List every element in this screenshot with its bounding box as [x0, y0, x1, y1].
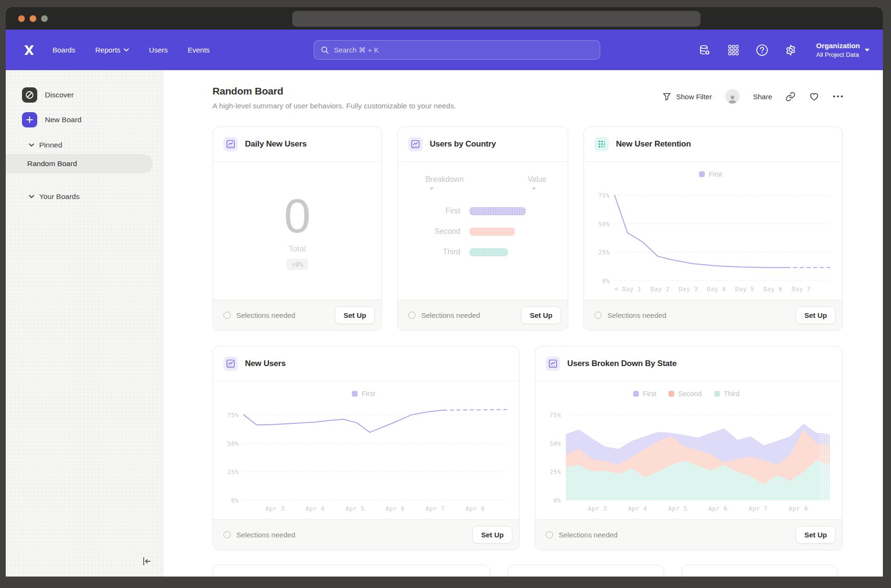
org-switcher[interactable]: Organization All Project Data [816, 42, 870, 58]
legend-label: First [709, 170, 722, 178]
apps-grid-icon[interactable] [727, 44, 740, 56]
nav-item-reports[interactable]: Reports [95, 46, 129, 54]
line-chart-icon [546, 357, 560, 371]
x-tick-label: Day 5 [735, 285, 754, 293]
x-tick-label: Apr 3 [577, 505, 617, 512]
x-tick-label: Apr 8 [455, 505, 495, 512]
address-bar[interactable] [292, 11, 700, 27]
settings-gear-icon[interactable] [785, 44, 797, 56]
board-main: Random Board A high-level summary of use… [163, 70, 883, 577]
section-label: Pinned [39, 141, 62, 149]
card-users-by-country: Users by Country Breakdown Value FirstSe… [397, 126, 568, 331]
chevron-down-icon [29, 143, 34, 147]
breakdown-dropdown[interactable]: Breakdown [425, 175, 471, 192]
discover-compass-icon [22, 87, 37, 103]
browser-window: Boards Reports Users Events [6, 7, 883, 577]
card-title: Users by Country [430, 139, 496, 149]
x-tick-label: Apr 4 [295, 505, 335, 512]
set-up-button[interactable]: Set Up [472, 526, 512, 544]
set-up-button[interactable]: Set Up [521, 306, 561, 324]
set-up-button[interactable]: Set Up [796, 306, 836, 324]
legend-swatch [633, 391, 639, 397]
org-name: Organization [816, 42, 860, 50]
traffic-light-close[interactable] [18, 15, 25, 22]
status-text: Selections needed [607, 311, 790, 319]
x-tick-label: Apr 6 [375, 505, 415, 512]
mixpanel-logo[interactable] [22, 43, 38, 57]
legend-label: Second [678, 390, 701, 398]
line-chart-icon [408, 137, 423, 151]
x-tick-label: Apr 4 [617, 505, 658, 512]
legend-label: Third [724, 390, 740, 398]
x-tick-label: Day 7 [792, 285, 811, 293]
x-tick-label: Apr 3 [255, 505, 295, 512]
more-options-icon[interactable] [833, 95, 843, 98]
card-active-users: Active Users [681, 565, 838, 577]
collapse-sidebar-icon[interactable] [141, 556, 152, 569]
card-title: Users Broken Down By State [567, 359, 677, 368]
legend-item: Second [668, 390, 701, 398]
card-title: New User Retention [616, 139, 691, 149]
nav-item-boards[interactable]: Boards [53, 46, 75, 54]
country-bar-row: Second [398, 227, 554, 236]
by-state-chart: FirstSecondThird 75%50%25%0% Apr 3Apr 4A… [535, 381, 842, 519]
legend-swatch [352, 391, 358, 397]
x-axis-labels: < Day 1Day 2Day 3Day 4Day 5Day 6Day 7 [615, 284, 830, 293]
x-tick-label: Day 6 [764, 285, 783, 293]
bar-label: First [398, 207, 469, 215]
share-button[interactable]: Share [753, 93, 772, 101]
legend-swatch [699, 171, 705, 177]
copy-link-icon[interactable] [785, 92, 796, 102]
x-tick-label: Apr 5 [658, 505, 698, 512]
data-management-icon[interactable] [699, 44, 711, 56]
bar-label: Second [398, 227, 469, 236]
chevron-down-icon [430, 188, 434, 192]
plus-icon [22, 112, 37, 127]
sidebar-item-random-board[interactable]: Random Board [6, 154, 153, 173]
card-new-users: New Users First 75%50%25%0% Apr 3Apr 4Ap… [212, 346, 520, 550]
metric-value: 0 [284, 192, 311, 240]
retention-chart: First 75%50%25%0% < Day 1Day 2Day 3Day 4… [584, 162, 842, 300]
x-tick-label: < Day 1 [615, 285, 641, 293]
x-tick-label: Day 3 [679, 285, 698, 293]
x-tick-label: Apr 5 [335, 505, 375, 512]
sidebar-item-discover[interactable]: Discover [6, 83, 163, 107]
x-tick-label: Day 2 [650, 285, 669, 293]
sidebar-section-pinned[interactable]: Pinned [6, 136, 163, 154]
chevron-down-icon [124, 48, 129, 52]
set-up-button[interactable]: Set Up [796, 526, 836, 544]
search-bar[interactable] [314, 40, 600, 60]
set-up-button[interactable]: Set Up [335, 306, 375, 324]
country-bar-row: Third [398, 248, 554, 256]
x-tick-label: Apr 7 [415, 505, 455, 512]
new-users-chart: First 75%50%25%0% Apr 3Apr 4Apr 5Apr 6Ap… [213, 381, 519, 519]
sidebar-item-new-board[interactable]: New Board [6, 107, 163, 132]
value-dropdown[interactable]: Value [528, 175, 554, 192]
search-input[interactable] [334, 46, 593, 54]
help-icon[interactable] [756, 44, 768, 56]
y-axis-labels: 75%50%25%0% [543, 403, 566, 500]
favorite-heart-icon[interactable] [809, 92, 819, 102]
nav-item-users[interactable]: Users [149, 46, 168, 54]
status-empty-icon [546, 531, 553, 538]
x-tick-label: Apr 6 [698, 505, 738, 512]
chart-legend: FirstSecondThird [543, 385, 830, 399]
sidebar-section-your-boards[interactable]: Your Boards [6, 188, 163, 206]
search-icon [321, 46, 329, 54]
nav-item-events[interactable]: Events [188, 46, 210, 54]
page-title: Random Board [212, 85, 456, 97]
retention-grid-icon [594, 137, 609, 151]
status-text: Selections needed [236, 531, 467, 539]
y-tick-label: 75% [550, 411, 561, 418]
traffic-light-minimize[interactable] [30, 15, 36, 22]
legend-item: First [633, 390, 656, 398]
traffic-light-zoom[interactable] [41, 15, 48, 22]
y-tick-label: 0% [602, 277, 610, 284]
card-stacked-line-graph: Stacked Line Graph [212, 565, 490, 577]
legend-swatch [714, 391, 720, 397]
show-filter-button[interactable]: Show Filter [662, 92, 712, 101]
avatar[interactable] [725, 89, 740, 104]
chart-legend: First [592, 166, 830, 179]
sidebar: Discover New Board Pinned Random Board [6, 70, 163, 577]
legend-item: Third [714, 390, 740, 398]
